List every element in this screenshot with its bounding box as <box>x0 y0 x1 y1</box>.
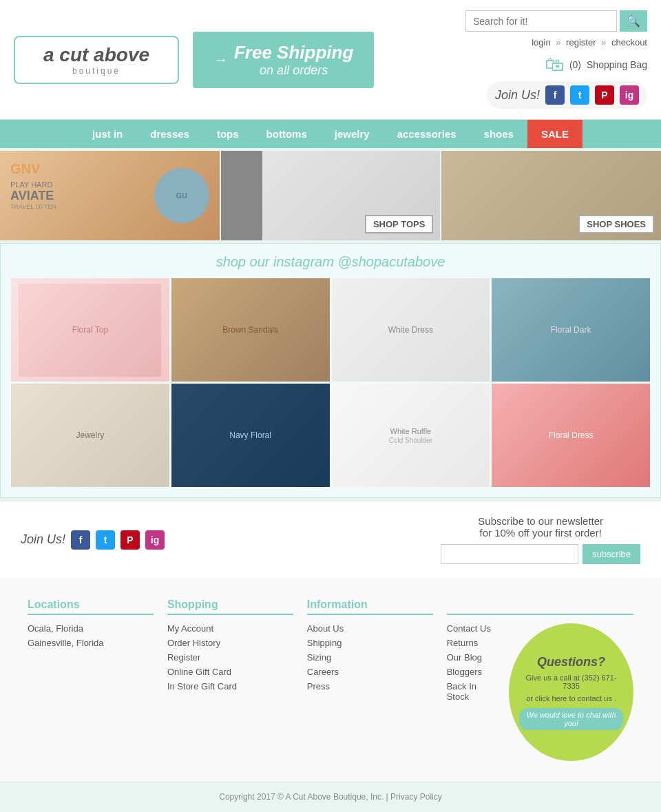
nav-tops[interactable]: tops <box>203 120 253 148</box>
instagram-item[interactable]: Floral Top <box>11 278 169 382</box>
footer-facebook-icon[interactable]: f <box>71 530 90 550</box>
cart-label: Shopping Bag <box>587 59 647 70</box>
questions-line1: Give us a call at (352) 671-7335 <box>519 674 623 690</box>
free-shipping-line1: Free Shipping <box>234 42 353 63</box>
footer-more-title <box>447 598 633 615</box>
footer-information-title: Information <box>307 598 433 615</box>
subscribe-line1: Subscribe to our newsletter <box>441 515 640 527</box>
banner-shoes[interactable]: SHOP SHOES <box>441 151 661 240</box>
footer-bloggers[interactable]: Bloggers <box>447 667 496 677</box>
copyright-text: Copyright 2017 © A Cut Above Boutique, I… <box>219 792 441 802</box>
footer-twitter-icon[interactable]: t <box>96 530 115 550</box>
subscribe-button[interactable]: subscribe <box>583 544 640 564</box>
shop-tops-label: SHOP TOPS <box>365 215 433 233</box>
instagram-item[interactable]: Brown Sandals <box>171 278 330 382</box>
join-us-row: Join Us! f t P ig <box>487 81 647 109</box>
footer-returns[interactable]: Returns <box>447 638 496 648</box>
nav-jewelry[interactable]: jewelry <box>321 120 384 148</box>
footer-shipping[interactable]: Shipping <box>307 638 433 648</box>
footer-our-blog[interactable]: Our Blog <box>447 652 496 663</box>
logo: a cut above boutique <box>14 36 179 84</box>
instagram-section: shop our instagram @shopacutabove Floral… <box>0 243 661 498</box>
register-link[interactable]: register <box>566 37 596 48</box>
subscribe-input[interactable] <box>441 544 578 564</box>
free-shipping-banner: → Free Shipping on all orders <box>193 32 374 88</box>
login-link[interactable]: login <box>532 37 550 48</box>
banner-tops[interactable]: SHOP TOPS <box>221 151 441 240</box>
subscribe-line2: for 10% off your first order! <box>441 527 640 539</box>
pinterest-icon[interactable]: P <box>595 85 614 105</box>
twitter-icon[interactable]: t <box>570 85 589 105</box>
free-shipping-line2: on all orders <box>234 63 353 78</box>
footer-contact-us[interactable]: Contact Us <box>447 623 496 634</box>
footer-my-account[interactable]: My Account <box>167 623 293 634</box>
footer-careers[interactable]: Careers <box>307 667 433 677</box>
instagram-item[interactable]: White Dress <box>332 278 490 382</box>
footer-order-history[interactable]: Order History <box>167 638 293 648</box>
instagram-grid: Floral Top Brown Sandals White Dress Flo… <box>11 278 650 487</box>
footer-pinterest-icon[interactable]: P <box>120 530 140 550</box>
cart-count: (0) <box>569 59 581 70</box>
search-bar: 🔍 <box>465 10 647 32</box>
footer-sizing[interactable]: Sizing <box>307 652 433 663</box>
footer-location-1: Ocala, Florida <box>28 623 154 634</box>
footer-locations-title: Locations <box>28 598 154 615</box>
footer-join: Join Us! f t P ig Subscribe to our newsl… <box>0 501 661 578</box>
footer-instagram-icon[interactable]: ig <box>145 530 165 550</box>
cart-area[interactable]: 🛍 (0) Shopping Bag <box>545 53 647 76</box>
instagram-item[interactable]: Jewelry <box>11 384 169 487</box>
banner-aviate[interactable]: GNV PLAY HARD AVIATE TRAVEL OFTEN GU <box>0 151 220 240</box>
header-right: 🔍 login » register » checkout 🛍 (0) Shop… <box>465 10 647 109</box>
footer-columns: Locations Ocala, Florida Gainesville, Fl… <box>0 578 661 782</box>
nav-shoes[interactable]: shoes <box>470 120 527 148</box>
instagram-title: shop our instagram @shopacutabove <box>11 254 650 270</box>
banner-row: GNV PLAY HARD AVIATE TRAVEL OFTEN GU SHO… <box>0 151 661 240</box>
footer-join-left: Join Us! f t P ig <box>21 530 165 550</box>
nav-sale[interactable]: SALE <box>527 120 583 148</box>
footer-join-text: Join Us! <box>21 532 65 547</box>
logo-area: a cut above boutique → Free Shipping on … <box>14 32 374 88</box>
logo-sub: boutique <box>29 66 164 76</box>
questions-chat: We would love to chat with you! <box>519 708 623 730</box>
questions-line2: or click here to contact us . <box>526 694 616 702</box>
instagram-item[interactable]: White Ruffle Cold Shoulder <box>332 384 490 487</box>
questions-title: Questions? <box>537 655 605 669</box>
search-button[interactable]: 🔍 <box>620 10 647 32</box>
nav-bottoms[interactable]: bottoms <box>253 120 321 148</box>
nav-just-in[interactable]: just in <box>78 120 136 148</box>
search-input[interactable] <box>465 10 617 32</box>
footer-in-store-gift-card[interactable]: In Store Gift Card <box>167 681 293 691</box>
header-links: login » register » checkout <box>532 37 647 48</box>
footer-subscribe: Subscribe to our newsletter for 10% off … <box>441 515 640 564</box>
instagram-item[interactable]: Floral Dress <box>492 384 650 487</box>
subscribe-form: subscribe <box>441 544 640 564</box>
cart-icon: 🛍 <box>545 53 564 76</box>
copyright: Copyright 2017 © A Cut Above Boutique, I… <box>0 782 661 811</box>
footer-col-shopping: Shopping My Account Order History Regist… <box>167 598 293 761</box>
instagram-item[interactable]: Floral Dark <box>492 278 650 382</box>
footer-register[interactable]: Register <box>167 652 293 663</box>
footer-col-information: Information About Us Shipping Sizing Car… <box>307 598 433 761</box>
shop-shoes-label: SHOP SHOES <box>578 215 654 233</box>
footer-press[interactable]: Press <box>307 681 433 691</box>
instagram-item[interactable]: Navy Floral <box>171 384 330 487</box>
nav-dresses[interactable]: dresses <box>136 120 203 148</box>
instagram-icon[interactable]: ig <box>620 85 639 105</box>
footer-back-in-stock[interactable]: Back In Stock <box>447 681 496 702</box>
questions-box[interactable]: Questions? Give us a call at (352) 671-7… <box>509 623 633 761</box>
footer-about-us[interactable]: About Us <box>307 623 433 634</box>
main-nav: just in dresses tops bottoms jewelry acc… <box>0 120 661 148</box>
logo-text: a cut above <box>29 44 164 66</box>
join-us-text: Join Us! <box>495 88 540 103</box>
nav-accessories[interactable]: accessories <box>384 120 470 148</box>
footer-col-more: Contact Us Returns Our Blog Bloggers Bac… <box>447 598 633 761</box>
facebook-icon[interactable]: f <box>545 85 565 105</box>
checkout-link[interactable]: checkout <box>611 37 647 48</box>
footer-online-gift-card[interactable]: Online Gift Card <box>167 667 293 677</box>
footer-location-2: Gainesville, Florida <box>28 638 154 648</box>
header: a cut above boutique → Free Shipping on … <box>0 0 661 120</box>
footer-col-locations: Locations Ocala, Florida Gainesville, Fl… <box>28 598 154 761</box>
footer-shopping-title: Shopping <box>167 598 293 615</box>
